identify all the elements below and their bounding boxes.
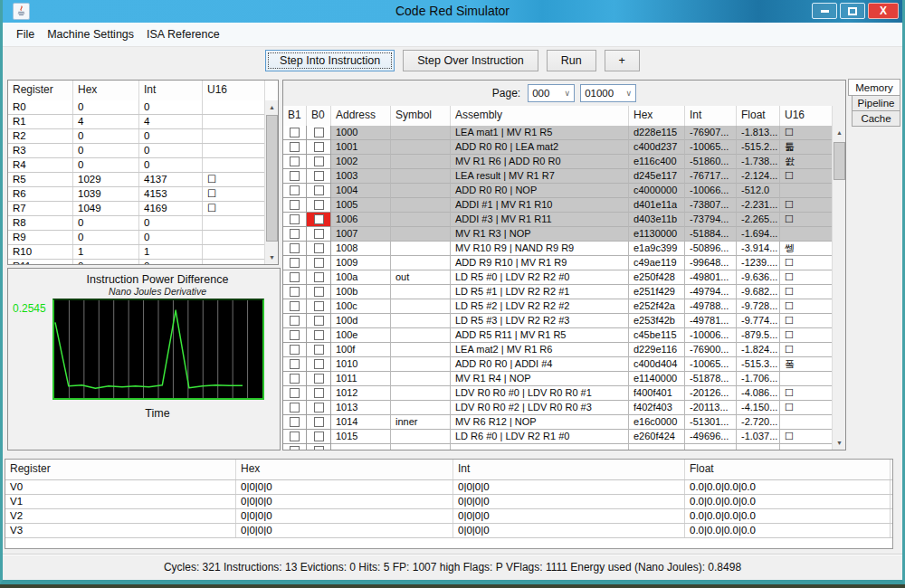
b0-checkbox[interactable] — [314, 171, 324, 181]
memory-row[interactable]: 100cLD R5 #2 | LDV R2 R2 #2e252f42a-4978… — [283, 299, 832, 314]
scroll-up-icon[interactable]: ▲ — [833, 126, 846, 139]
memory-row[interactable]: 100dLD R5 #3 | LDV R2 R2 #3e253f42b-4978… — [283, 314, 832, 328]
b0-checkbox[interactable] — [314, 185, 324, 195]
memory-row[interactable]: 1015LD R6 #0 | LDV R2 R1 #0e260f424-4969… — [283, 430, 832, 444]
memory-row[interactable]: 1011MV R1 R4 | NOPe1140000-51878...-1.70… — [283, 372, 832, 386]
b1-checkbox[interactable] — [290, 287, 300, 297]
b0-checkbox[interactable] — [314, 374, 324, 384]
memory-row[interactable] — [283, 444, 832, 450]
b0-checkbox[interactable] — [314, 388, 324, 398]
register-row[interactable]: R1011 — [8, 245, 264, 260]
b1-checkbox[interactable] — [290, 142, 300, 152]
memory-row[interactable]: 1007MV R1 R3 | NOPe1130000-51884...-1.69… — [283, 227, 832, 242]
b1-checkbox[interactable] — [290, 403, 300, 413]
maximize-button[interactable] — [840, 3, 865, 19]
memory-row[interactable]: 100bLD R5 #1 | LDV R2 R2 #1e251f429-4979… — [283, 285, 832, 299]
tab-pipeline[interactable]: Pipeline — [852, 96, 900, 111]
b0-checkbox[interactable] — [314, 330, 324, 340]
run-button[interactable]: Run — [547, 50, 596, 71]
memory-row[interactable]: 1000LEA mat1 | MV R1 R5d228e115-76907...… — [283, 126, 832, 140]
b1-checkbox[interactable] — [290, 229, 300, 239]
memory-row[interactable]: 100fLEA mat2 | MV R1 R6d229e116-76900...… — [283, 343, 832, 357]
b1-checkbox[interactable] — [290, 214, 300, 224]
memory-row[interactable]: 1012LDV R0 R0 #0 | LDV R0 R0 #1f400f401-… — [283, 386, 832, 401]
register-row[interactable]: R510294137☐ — [8, 173, 264, 187]
menu-isa-reference[interactable]: ISA Reference — [140, 24, 226, 44]
b0-checkbox[interactable] — [314, 200, 324, 210]
memory-row[interactable]: 1005ADDI #1 | MV R1 R10d401e11a-73807...… — [283, 198, 832, 213]
register-row[interactable]: R900 — [8, 231, 264, 245]
memory-row[interactable]: 1002MV R1 R6 | ADD R0 R0e116c400-51860..… — [283, 155, 832, 169]
register-row[interactable]: R400 — [8, 158, 264, 173]
b1-checkbox[interactable] — [290, 345, 300, 355]
memory-row[interactable]: 1013LDV R0 R0 #2 | LDV R0 R0 #3f402f403-… — [283, 401, 832, 415]
b0-checkbox[interactable] — [314, 243, 324, 253]
b1-checkbox[interactable] — [290, 432, 300, 441]
b0-checkbox[interactable] — [314, 272, 324, 282]
register-row[interactable]: R000 — [8, 100, 264, 115]
b0-checkbox[interactable] — [314, 258, 324, 268]
b1-checkbox[interactable] — [290, 301, 300, 311]
b0-checkbox[interactable] — [314, 417, 324, 427]
page-select-1[interactable]: 01000∨ — [580, 84, 636, 102]
item-button[interactable]: + — [605, 50, 640, 71]
vector-register-row[interactable]: V10|0|0|00|0|0|00.0|0.0|0.0|0.0 — [5, 495, 892, 509]
step-over-instruction-button[interactable]: Step Over Instruction — [403, 50, 538, 71]
b1-checkbox[interactable] — [290, 359, 300, 369]
memory-table-scrollbar[interactable]: ▲ ▼ — [832, 106, 845, 450]
title-bar[interactable]: Code Red Simulator X — [3, 0, 902, 23]
b1-checkbox[interactable] — [290, 272, 300, 282]
tab-cache[interactable]: Cache — [852, 111, 900, 127]
b0-checkbox[interactable] — [314, 446, 324, 450]
close-button[interactable]: X — [868, 3, 899, 19]
memory-row[interactable]: 1008MV R10 R9 | NAND R9 R9e1a9c399-50896… — [283, 242, 832, 256]
b0-checkbox[interactable] — [314, 301, 324, 311]
b0-checkbox[interactable] — [314, 214, 324, 224]
b0-checkbox[interactable] — [314, 156, 324, 166]
b1-checkbox[interactable] — [290, 200, 300, 210]
scroll-up-icon[interactable]: ▲ — [265, 100, 279, 114]
b1-checkbox[interactable] — [290, 156, 300, 166]
memory-row[interactable]: 1001ADD R0 R0 | LEA mat2c400d237-10065..… — [283, 140, 832, 155]
vector-register-row[interactable]: V20|0|0|00|0|0|00.0|0.0|0.0|0.0 — [5, 509, 892, 524]
b0-checkbox[interactable] — [314, 128, 324, 138]
vector-register-row[interactable]: V30|0|0|00|0|0|00.0|0.0|0.0|0.0 — [5, 524, 892, 538]
vector-register-row[interactable]: V00|0|0|00|0|0|00.0|0.0|0.0|0.0 — [5, 480, 892, 495]
memory-row[interactable]: 1010ADD R0 R0 | ADDI #4c400d404-10065...… — [283, 357, 832, 372]
page-select-0[interactable]: 000∨ — [528, 84, 575, 102]
b1-checkbox[interactable] — [290, 417, 300, 427]
b1-checkbox[interactable] — [290, 374, 300, 384]
memory-row[interactable]: 1004ADD R0 R0 | NOPc4000000-10066...-512… — [283, 184, 832, 198]
tab-memory[interactable]: Memory — [848, 79, 900, 96]
register-row[interactable]: R300 — [8, 144, 264, 158]
register-row[interactable]: R710494169☐ — [8, 202, 264, 216]
b1-checkbox[interactable] — [290, 330, 300, 340]
b1-checkbox[interactable] — [290, 171, 300, 181]
minimize-button[interactable] — [812, 3, 837, 19]
memory-row[interactable]: 1003LEA result | MV R1 R7d245e117-76717.… — [283, 169, 832, 184]
b1-checkbox[interactable] — [290, 258, 300, 268]
b1-checkbox[interactable] — [290, 185, 300, 195]
b0-checkbox[interactable] — [314, 229, 324, 239]
scroll-down-icon[interactable]: ▼ — [265, 251, 279, 264]
memory-row[interactable]: 1006ADDI #3 | MV R1 R11d403e11b-73794...… — [283, 213, 832, 227]
menu-file[interactable]: File — [10, 24, 41, 44]
b0-checkbox[interactable] — [314, 432, 324, 441]
memory-row[interactable]: 100eADD R5 R11 | MV R1 R5c45be115-10006.… — [283, 328, 832, 343]
b0-checkbox[interactable] — [314, 142, 324, 152]
register-row[interactable]: R200 — [8, 129, 264, 144]
scrollbar-thumb[interactable] — [834, 142, 845, 180]
memory-row[interactable]: 1009ADD R9 R10 | MV R1 R9c49ae119-99648.… — [283, 256, 832, 270]
scroll-down-icon[interactable]: ▼ — [833, 436, 846, 450]
b1-checkbox[interactable] — [290, 243, 300, 253]
menu-machine-settings[interactable]: Machine Settings — [41, 24, 140, 44]
register-row[interactable]: R144 — [8, 115, 264, 129]
register-table-scrollbar[interactable]: ▲ ▼ — [264, 100, 278, 264]
step-into-instruction-button[interactable]: Step Into Instruction — [265, 50, 395, 71]
register-row[interactable]: R800 — [8, 216, 264, 231]
register-row[interactable]: R610394153☐ — [8, 187, 264, 202]
b0-checkbox[interactable] — [314, 403, 324, 413]
register-row[interactable]: R1100 — [8, 260, 264, 264]
memory-row[interactable]: 100aoutLD R5 #0 | LDV R2 R2 #0e250f428-4… — [283, 270, 832, 285]
scrollbar-thumb[interactable] — [266, 115, 278, 242]
